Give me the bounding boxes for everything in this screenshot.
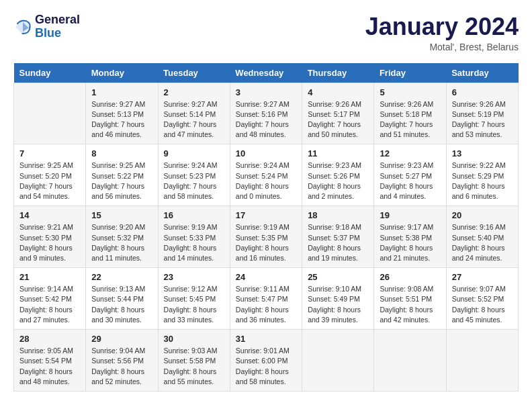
calendar-cell: 23Sunrise: 9:12 AMSunset: 5:45 PMDayligh… [158,268,230,330]
day-number: 23 [164,272,224,282]
day-number: 18 [308,210,368,220]
calendar-cell [14,83,86,144]
calendar-cell: 3Sunrise: 9:27 AMSunset: 5:16 PMDaylight… [230,83,302,144]
day-info: Sunrise: 9:16 AMSunset: 5:40 PMDaylight:… [452,222,513,263]
weekday-header-friday: Friday [374,63,446,83]
day-info: Sunrise: 9:19 AMSunset: 5:33 PMDaylight:… [164,222,224,263]
calendar-cell [446,330,518,392]
day-info: Sunrise: 9:19 AMSunset: 5:35 PMDaylight:… [236,222,296,263]
calendar-cell: 17Sunrise: 9:19 AMSunset: 5:35 PMDayligh… [230,206,302,268]
day-info: Sunrise: 9:23 AMSunset: 5:26 PMDaylight:… [308,161,368,201]
day-number: 1 [91,87,152,97]
day-number: 5 [380,87,440,97]
day-number: 7 [19,148,80,158]
day-number: 2 [164,87,224,97]
day-info: Sunrise: 9:18 AMSunset: 5:37 PMDaylight:… [308,222,368,263]
logo-text: General Blue [35,13,80,40]
calendar-cell: 29Sunrise: 9:04 AMSunset: 5:56 PMDayligh… [86,330,158,392]
calendar-cell: 5Sunrise: 9:26 AMSunset: 5:18 PMDaylight… [374,83,446,144]
calendar-cell: 30Sunrise: 9:03 AMSunset: 5:58 PMDayligh… [158,330,230,392]
day-number: 3 [236,87,296,97]
calendar-cell: 28Sunrise: 9:05 AMSunset: 5:54 PMDayligh… [14,330,86,392]
calendar-cell: 19Sunrise: 9:17 AMSunset: 5:38 PMDayligh… [374,206,446,268]
day-info: Sunrise: 9:23 AMSunset: 5:27 PMDaylight:… [380,161,440,201]
day-info: Sunrise: 9:26 AMSunset: 5:18 PMDaylight:… [380,99,440,140]
day-number: 16 [164,210,224,220]
calendar-cell: 20Sunrise: 9:16 AMSunset: 5:40 PMDayligh… [446,206,518,268]
calendar-cell: 25Sunrise: 9:10 AMSunset: 5:49 PMDayligh… [302,268,374,330]
calendar-cell: 27Sunrise: 9:07 AMSunset: 5:52 PMDayligh… [446,268,518,330]
calendar-cell: 22Sunrise: 9:13 AMSunset: 5:44 PMDayligh… [86,268,158,330]
day-info: Sunrise: 9:10 AMSunset: 5:49 PMDaylight:… [308,284,368,325]
calendar-cell: 26Sunrise: 9:08 AMSunset: 5:51 PMDayligh… [374,268,446,330]
weekday-header-thursday: Thursday [302,63,374,83]
day-info: Sunrise: 9:08 AMSunset: 5:51 PMDaylight:… [380,284,440,325]
day-info: Sunrise: 9:26 AMSunset: 5:17 PMDaylight:… [308,99,368,140]
weekday-header-row: SundayMondayTuesdayWednesdayThursdayFrid… [14,63,519,83]
calendar-cell: 6Sunrise: 9:26 AMSunset: 5:19 PMDaylight… [446,83,518,144]
day-number: 31 [236,334,296,344]
location: Motal', Brest, Belarus [365,42,519,52]
day-number: 11 [308,148,368,158]
day-info: Sunrise: 9:13 AMSunset: 5:44 PMDaylight:… [91,284,152,325]
day-info: Sunrise: 9:25 AMSunset: 5:20 PMDaylight:… [19,161,80,201]
day-info: Sunrise: 9:11 AMSunset: 5:47 PMDaylight:… [236,284,296,325]
calendar-week-row: 14Sunrise: 9:21 AMSunset: 5:30 PMDayligh… [14,206,519,268]
day-info: Sunrise: 9:21 AMSunset: 5:30 PMDaylight:… [19,222,80,263]
day-number: 13 [452,148,513,158]
day-info: Sunrise: 9:27 AMSunset: 5:14 PMDaylight:… [164,99,224,140]
calendar-week-row: 28Sunrise: 9:05 AMSunset: 5:54 PMDayligh… [14,330,519,392]
calendar-cell: 14Sunrise: 9:21 AMSunset: 5:30 PMDayligh… [14,206,86,268]
logo: General Blue [13,13,80,40]
day-info: Sunrise: 9:03 AMSunset: 5:58 PMDaylight:… [164,346,224,387]
day-number: 6 [452,87,513,97]
day-number: 17 [236,210,296,220]
title-block: January 2024 Motal', Brest, Belarus [365,13,519,52]
day-info: Sunrise: 9:04 AMSunset: 5:56 PMDaylight:… [91,346,152,387]
calendar-cell: 1Sunrise: 9:27 AMSunset: 5:13 PMDaylight… [86,83,158,144]
day-number: 21 [19,272,80,282]
day-number: 12 [380,148,440,158]
day-info: Sunrise: 9:14 AMSunset: 5:42 PMDaylight:… [19,284,80,325]
day-number: 22 [91,272,152,282]
day-number: 26 [380,272,440,282]
day-info: Sunrise: 9:25 AMSunset: 5:22 PMDaylight:… [91,161,152,201]
calendar-cell: 21Sunrise: 9:14 AMSunset: 5:42 PMDayligh… [14,268,86,330]
month-title: January 2024 [365,13,519,40]
calendar-week-row: 7Sunrise: 9:25 AMSunset: 5:20 PMDaylight… [14,144,519,206]
day-number: 24 [236,272,296,282]
day-number: 28 [19,334,80,344]
calendar-cell: 11Sunrise: 9:23 AMSunset: 5:26 PMDayligh… [302,144,374,206]
day-info: Sunrise: 9:27 AMSunset: 5:13 PMDaylight:… [91,99,152,140]
day-number: 29 [91,334,152,344]
calendar-table: SundayMondayTuesdayWednesdayThursdayFrid… [13,63,519,392]
day-number: 9 [164,148,224,158]
day-info: Sunrise: 9:17 AMSunset: 5:38 PMDaylight:… [380,222,440,263]
day-info: Sunrise: 9:24 AMSunset: 5:23 PMDaylight:… [164,161,224,201]
day-number: 19 [380,210,440,220]
calendar-cell: 10Sunrise: 9:24 AMSunset: 5:24 PMDayligh… [230,144,302,206]
day-number: 8 [91,148,152,158]
day-info: Sunrise: 9:20 AMSunset: 5:32 PMDaylight:… [91,222,152,263]
calendar-cell: 9Sunrise: 9:24 AMSunset: 5:23 PMDaylight… [158,144,230,206]
weekday-header-monday: Monday [86,63,158,83]
weekday-header-sunday: Sunday [14,63,86,83]
day-number: 27 [452,272,513,282]
calendar-cell: 4Sunrise: 9:26 AMSunset: 5:17 PMDaylight… [302,83,374,144]
calendar-cell: 24Sunrise: 9:11 AMSunset: 5:47 PMDayligh… [230,268,302,330]
day-number: 15 [91,210,152,220]
day-info: Sunrise: 9:01 AMSunset: 6:00 PMDaylight:… [236,346,296,387]
day-number: 10 [236,148,296,158]
calendar-cell: 15Sunrise: 9:20 AMSunset: 5:32 PMDayligh… [86,206,158,268]
calendar-cell: 7Sunrise: 9:25 AMSunset: 5:20 PMDaylight… [14,144,86,206]
day-info: Sunrise: 9:05 AMSunset: 5:54 PMDaylight:… [19,346,80,387]
calendar-cell: 31Sunrise: 9:01 AMSunset: 6:00 PMDayligh… [230,330,302,392]
day-info: Sunrise: 9:12 AMSunset: 5:45 PMDaylight:… [164,284,224,325]
day-info: Sunrise: 9:24 AMSunset: 5:24 PMDaylight:… [236,161,296,201]
calendar-cell: 2Sunrise: 9:27 AMSunset: 5:14 PMDaylight… [158,83,230,144]
day-info: Sunrise: 9:22 AMSunset: 5:29 PMDaylight:… [452,161,513,201]
day-number: 20 [452,210,513,220]
calendar-cell: 16Sunrise: 9:19 AMSunset: 5:33 PMDayligh… [158,206,230,268]
weekday-header-saturday: Saturday [446,63,518,83]
logo-icon [13,17,32,36]
